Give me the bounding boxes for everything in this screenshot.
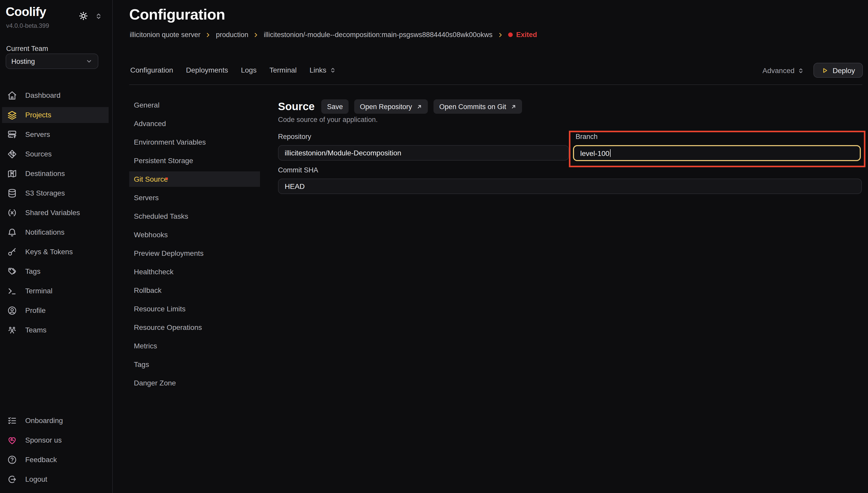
key-icon [7, 247, 17, 257]
coolify-app: Coolify v4.0.0-beta.399 Current Team Hos… [0, 0, 868, 493]
sidebar-footer-nav: Onboarding Sponsor us Feedback Logout [0, 411, 113, 489]
database-icon [7, 188, 17, 198]
sidebar-nav: Dashboard Projects Servers Sources [0, 85, 113, 340]
page-title: Configuration [129, 6, 225, 23]
user-circle-icon [7, 305, 17, 315]
team-select-value: Hosting [11, 57, 35, 65]
terminal-icon [7, 286, 17, 296]
chevrons-up-down-icon [798, 67, 804, 74]
branch-field: Branch level-100 [573, 133, 861, 161]
section-scheduled-tasks[interactable]: Scheduled Tasks [129, 207, 260, 226]
users-icon [7, 325, 17, 335]
sidebar-item-s3-storages[interactable]: S3 Storages [0, 183, 113, 203]
section-persistent-storage[interactable]: Persistent Storage [129, 151, 260, 170]
section-resource-limits[interactable]: Resource Limits [129, 300, 260, 318]
logout-icon [7, 474, 17, 484]
commit-sha-label: Commit SHA [278, 166, 862, 174]
repository-label: Repository [278, 133, 569, 141]
play-icon [821, 67, 828, 74]
open-commits-button[interactable]: Open Commits on Git [434, 99, 522, 114]
section-general[interactable]: General [129, 96, 260, 114]
layers-icon [7, 110, 17, 120]
source-header: Source Save Open Repository Open Commits… [278, 99, 522, 114]
section-webhooks[interactable]: Webhooks [129, 226, 260, 244]
server-icon [7, 129, 17, 139]
chevron-down-icon [85, 58, 93, 65]
section-tags[interactable]: Tags [129, 355, 260, 373]
open-repository-button[interactable]: Open Repository [354, 99, 428, 114]
sidebar-collapse-icon[interactable] [95, 12, 103, 20]
sidebar-item-servers[interactable]: Servers [0, 125, 113, 144]
status-badge: Exited [508, 31, 537, 39]
app-version: v4.0.0-beta.399 [6, 22, 49, 29]
tags-icon [7, 266, 17, 276]
breadcrumb: illicitonion quote server production ill… [130, 30, 537, 39]
app-tabs: Configuration Deployments Logs Terminal … [130, 66, 336, 74]
tab-configuration[interactable]: Configuration [130, 66, 173, 74]
branch-input[interactable]: level-100 [573, 145, 861, 161]
sidebar-item-terminal[interactable]: Terminal [0, 281, 113, 301]
app-logo[interactable]: Coolify [6, 5, 46, 19]
tab-logs[interactable]: Logs [241, 66, 257, 74]
sidebar-item-keys-tokens[interactable]: Keys & Tokens [0, 242, 113, 261]
commit-sha-input[interactable]: HEAD [278, 178, 862, 194]
chevrons-up-down-icon [330, 67, 336, 73]
commit-sha-field: Commit SHA HEAD [278, 166, 862, 194]
section-metrics[interactable]: Metrics [129, 337, 260, 355]
sidebar-item-notifications[interactable]: Notifications [0, 222, 113, 242]
text-cursor [610, 149, 611, 157]
section-advanced[interactable]: Advanced [129, 114, 260, 133]
status-dot-icon [508, 33, 512, 37]
bell-icon [7, 227, 17, 237]
repository-field: Repository illicitestonion/Module-Decomp… [278, 133, 569, 160]
sidebar-item-sources[interactable]: Sources [0, 144, 113, 164]
map-icon [7, 169, 17, 178]
section-preview-deployments[interactable]: Preview Deployments [129, 244, 260, 262]
sidebar-item-shared-variables[interactable]: Shared Variables [0, 203, 113, 222]
team-select[interactable]: Hosting [6, 53, 98, 69]
section-servers[interactable]: Servers [129, 188, 260, 207]
chevron-right-icon [497, 32, 503, 38]
section-danger-zone[interactable]: Danger Zone [129, 373, 260, 392]
sidebar-item-teams[interactable]: Teams [0, 320, 113, 340]
sidebar-item-profile[interactable]: Profile [0, 301, 113, 320]
deploy-button[interactable]: Deploy [813, 63, 863, 78]
section-healthcheck[interactable]: Healthcheck [129, 262, 260, 281]
section-git-source[interactable]: Git Source [129, 170, 260, 188]
chevron-right-icon [205, 32, 211, 38]
sidebar-item-projects[interactable]: Projects [0, 105, 113, 125]
git-source-icon [7, 149, 17, 159]
theme-sun-icon[interactable] [79, 11, 88, 21]
sidebar-item-sponsor[interactable]: Sponsor us [0, 430, 113, 450]
configuration-section-nav: General Advanced Environment Variables P… [129, 96, 260, 392]
repository-input[interactable]: illicitestonion/Module-Decomposition [278, 145, 569, 160]
sidebar-item-feedback[interactable]: Feedback [0, 450, 113, 469]
variable-icon [7, 208, 17, 217]
help-circle-icon [7, 455, 17, 465]
external-link-icon [417, 104, 422, 109]
breadcrumb-application[interactable]: illicitestonion/-module--decomposition:m… [264, 31, 492, 39]
tab-links[interactable]: Links [310, 66, 336, 74]
section-environment-variables[interactable]: Environment Variables [129, 133, 260, 151]
chevron-right-icon [253, 32, 259, 38]
advanced-dropdown[interactable]: Advanced [762, 66, 804, 74]
source-description: Code source of your application. [278, 116, 378, 124]
source-heading: Source [278, 100, 315, 113]
sidebar-item-destinations[interactable]: Destinations [0, 164, 113, 183]
sidebar-item-logout[interactable]: Logout [0, 469, 113, 489]
section-rollback[interactable]: Rollback [129, 281, 260, 300]
home-icon [7, 90, 17, 100]
breadcrumb-project[interactable]: illicitonion quote server [130, 31, 200, 39]
tab-deployments[interactable]: Deployments [186, 66, 228, 74]
sidebar-item-onboarding[interactable]: Onboarding [0, 411, 113, 430]
external-link-icon [511, 104, 516, 109]
save-button[interactable]: Save [321, 99, 348, 114]
section-resource-operations[interactable]: Resource Operations [129, 318, 260, 337]
tab-terminal[interactable]: Terminal [270, 66, 297, 74]
checklist-icon [7, 415, 17, 425]
status-label: Exited [516, 31, 537, 39]
sidebar-item-tags[interactable]: Tags [0, 261, 113, 281]
breadcrumb-environment[interactable]: production [216, 31, 248, 39]
sidebar-item-dashboard[interactable]: Dashboard [0, 85, 113, 105]
heart-hands-icon [7, 435, 17, 445]
